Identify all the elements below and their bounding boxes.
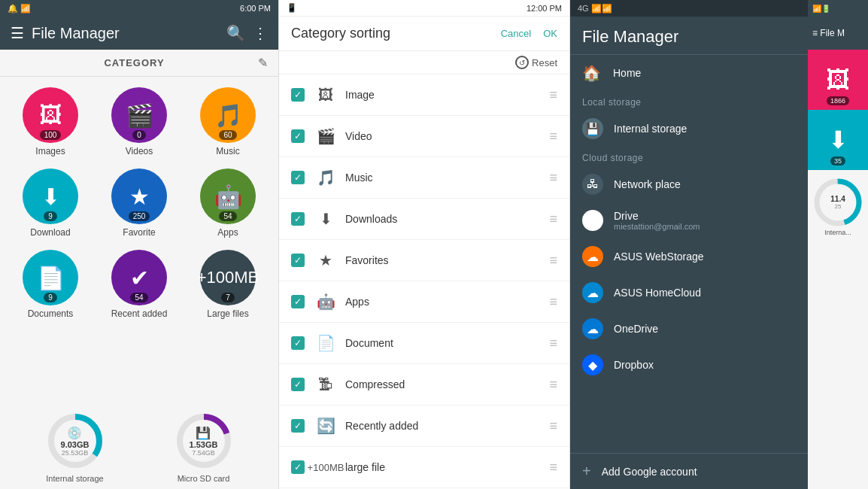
- drag-icon-favorites[interactable]: ≡: [549, 253, 557, 269]
- grid-item-images[interactable]: 🖼 100 Images: [8, 83, 93, 161]
- download-label: Download: [30, 227, 70, 238]
- grid-item-documents[interactable]: 📄 9 Documents: [8, 245, 93, 323]
- overlay-donut-wrap: 11.4 25: [812, 176, 864, 229]
- sort-item-large-file[interactable]: ✓ +100MB large file ≡: [279, 447, 569, 488]
- reset-label: Reset: [532, 57, 557, 68]
- overlay-header: ≡ File M: [808, 17, 868, 50]
- overlay-storage-donut: 11.4 25 Interna...: [808, 170, 868, 242]
- sort-item-document[interactable]: ✓ 📄 Document ≡: [279, 323, 569, 364]
- checkbox-compressed[interactable]: ✓: [291, 378, 305, 391]
- grid-item-download[interactable]: ⬇ 9 Download: [8, 164, 93, 242]
- reset-button[interactable]: ↺ Reset: [515, 56, 557, 69]
- drag-icon-recently-added[interactable]: ≡: [549, 418, 557, 434]
- downloads-cat-label: Downloads: [345, 213, 549, 225]
- drag-icon-compressed[interactable]: ≡: [549, 377, 557, 393]
- large-file-cat-label: large file: [345, 461, 549, 473]
- plus-icon: +: [582, 463, 591, 480]
- microsd-center: 💾 1.53GB 7.54GB: [190, 426, 218, 457]
- disk-icon: 💿: [67, 426, 82, 440]
- microsd-donut: 💾 1.53GB 7.54GB: [174, 411, 234, 471]
- drag-icon-video[interactable]: ≡: [549, 129, 557, 144]
- video-cat-label: Video: [345, 130, 549, 142]
- header-2: Category sorting Cancel OK: [279, 17, 569, 51]
- reset-circle-icon: ↺: [515, 56, 529, 69]
- drag-icon-image[interactable]: ≡: [549, 87, 557, 103]
- images-count: 100: [40, 130, 62, 140]
- checkbox-document[interactable]: ✓: [291, 336, 305, 350]
- status-4g-icon: 4G 📶📶: [578, 4, 612, 14]
- sort-item-video[interactable]: ✓ 🎬 Video ≡: [279, 116, 569, 157]
- apps-label: Apps: [217, 227, 238, 238]
- grid-item-largefiles[interactable]: +100MB 7 Large files: [185, 245, 271, 323]
- internal-storage-donut: 💿 9.03GB 25.53GB: [45, 411, 105, 471]
- document-cat-icon: 📄: [314, 331, 338, 355]
- asus-home-icon: ☁: [582, 282, 603, 303]
- checkbox-video[interactable]: ✓: [291, 129, 305, 143]
- checkbox-favorites[interactable]: ✓: [291, 254, 305, 267]
- sort-item-apps[interactable]: ✓ 🤖 Apps ≡: [279, 281, 569, 323]
- panel-file-manager-sidebar: 4G 📶📶 10:30 AM File Manager 🏠 Home Local…: [570, 0, 868, 489]
- grid-item-videos[interactable]: 🎬 0 Videos: [96, 83, 182, 161]
- status-time-2: 12:00 PM: [527, 4, 562, 13]
- downloads-cat-icon: ⬇: [314, 207, 338, 231]
- category-grid: 🖼 100 Images 🎬 0 Videos 🎵 60 Music ⬇: [0, 77, 278, 330]
- app-title-3: File Manager: [582, 27, 678, 46]
- overlay-donut-center: 11.4 25: [830, 195, 845, 210]
- checkbox-apps[interactable]: ✓: [291, 295, 305, 308]
- circle-documents: 📄 9: [23, 250, 78, 305]
- sort-item-image[interactable]: ✓ 🖼 Image ≡: [279, 74, 569, 116]
- checkbox-large-file[interactable]: ✓: [291, 460, 305, 474]
- microsd-label: Micro SD card: [178, 474, 230, 483]
- grid-item-music[interactable]: 🎵 60 Music: [185, 83, 271, 161]
- sort-item-compressed[interactable]: ✓ 🗜 Compressed ≡: [279, 364, 569, 405]
- overlay-dl-icon: ⬇: [828, 126, 848, 154]
- app-title-1: File Manager: [32, 25, 219, 42]
- drag-icon-document[interactable]: ≡: [549, 336, 557, 351]
- panel-category-sorting: 📱 12:00 PM Category sorting Cancel OK ↺ …: [278, 0, 570, 489]
- asus-web-icon: ☁: [582, 246, 603, 267]
- music-label: Music: [216, 146, 239, 156]
- home-label: Home: [613, 67, 641, 79]
- checkbox-music[interactable]: ✓: [291, 171, 305, 184]
- category-header: CATEGORY ✎: [0, 50, 278, 77]
- edit-icon[interactable]: ✎: [258, 56, 268, 70]
- more-icon[interactable]: ⋮: [253, 24, 268, 42]
- grid-item-apps[interactable]: 🤖 54 Apps: [185, 164, 271, 242]
- checkbox-image[interactable]: ✓: [291, 88, 305, 102]
- reset-row: ↺ Reset: [279, 51, 569, 74]
- search-icon[interactable]: 🔍: [226, 24, 245, 42]
- checkbox-downloads[interactable]: ✓: [291, 212, 305, 226]
- ok-button[interactable]: OK: [543, 28, 557, 39]
- overlay-panel: 📶🔋 ≡ File M 🖼 1866 ⬇ 35 11.4 25: [808, 0, 868, 489]
- status-time-1: 6:00 PM: [240, 4, 271, 13]
- drag-icon-apps[interactable]: ≡: [549, 294, 557, 310]
- header-actions: Cancel OK: [501, 28, 557, 39]
- header-1: ☰ File Manager 🔍 ⋮: [0, 17, 278, 50]
- recently-added-cat-label: Recently added: [345, 420, 549, 432]
- cancel-button[interactable]: Cancel: [501, 28, 531, 39]
- menu-icon[interactable]: ☰: [11, 24, 24, 42]
- drag-icon-music[interactable]: ≡: [549, 170, 557, 186]
- drag-icon-large-file[interactable]: ≡: [549, 460, 557, 475]
- sort-item-recently-added[interactable]: ✓ 🔄 Recently added ≡: [279, 405, 569, 447]
- panel-file-manager-main: 🔔 📶 6:00 PM ☰ File Manager 🔍 ⋮ CATEGORY …: [0, 0, 278, 489]
- overlay-status-bar: 📶🔋: [808, 0, 868, 17]
- overlay-img-icon: 🖼: [826, 66, 850, 94]
- drag-icon-downloads[interactable]: ≡: [549, 211, 557, 227]
- drive-label-wrap: Drive miestattion@gmail.com: [614, 210, 700, 231]
- circle-music: 🎵 60: [200, 87, 256, 143]
- sort-item-downloads[interactable]: ✓ ⬇ Downloads ≡: [279, 199, 569, 240]
- recent-icon: ✔: [130, 265, 149, 291]
- sort-item-favorites[interactable]: ✓ ★ Favorites ≡: [279, 240, 569, 281]
- sorting-title: Category sorting: [291, 26, 390, 41]
- overlay-storage-total: 25: [835, 203, 842, 210]
- drive-icon: ▲: [582, 210, 603, 231]
- sort-item-music[interactable]: ✓ 🎵 Music ≡: [279, 157, 569, 199]
- grid-item-recent[interactable]: ✔ 54 Recent added: [96, 245, 182, 323]
- microsd-main: 1.53GB: [190, 440, 218, 449]
- documents-label: Documents: [28, 308, 74, 319]
- download-count: 9: [44, 211, 57, 221]
- checkbox-recently-added[interactable]: ✓: [291, 419, 305, 433]
- status-icons-left: 🔔 📶: [8, 4, 31, 14]
- grid-item-favorite[interactable]: ★ 250 Favorite: [96, 164, 182, 242]
